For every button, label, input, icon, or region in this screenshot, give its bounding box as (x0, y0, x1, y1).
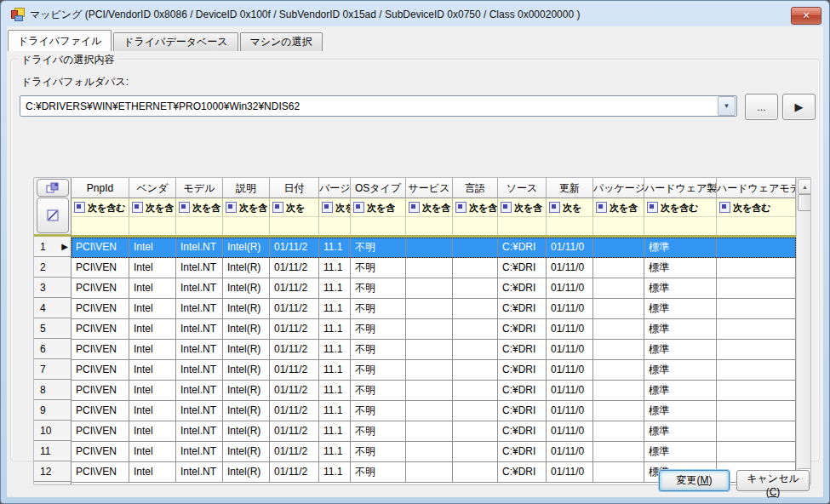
cell-lang[interactable] (453, 299, 498, 319)
filter-icon[interactable] (647, 202, 658, 213)
cell-hwmodel[interactable] (717, 442, 796, 462)
filter-operator-date[interactable]: 次を (270, 198, 319, 217)
filter-value-hwmaker[interactable] (644, 217, 717, 235)
filter-icon[interactable] (596, 202, 607, 213)
cell-hwmodel[interactable] (717, 238, 796, 258)
filter-operator-package[interactable]: 次を含 (593, 198, 644, 217)
cell-model[interactable]: Intel.NT (176, 278, 223, 299)
browse-button[interactable]: ... (745, 94, 778, 120)
filter-icon[interactable] (501, 202, 512, 213)
cell-model[interactable]: Intel.NT (176, 421, 223, 442)
cell-vendor[interactable]: Intel (129, 462, 176, 483)
cell-source[interactable]: C:¥DRI (498, 299, 547, 319)
cell-ostype[interactable]: 不明 (351, 258, 406, 278)
cell-model[interactable]: Intel.NT (176, 238, 223, 258)
filter-value-date[interactable] (270, 217, 319, 235)
cell-service[interactable] (406, 340, 453, 360)
table-row[interactable]: PCI\VENIntelIntel.NTIntel(R)01/11/211.1不… (72, 319, 796, 340)
cell-package[interactable] (593, 401, 644, 421)
cell-update[interactable]: 01/11/0 (547, 299, 593, 319)
vertical-scrollbar[interactable]: ▲ ▼ (796, 178, 810, 484)
cell-pnpid[interactable]: PCI\VEN (72, 238, 129, 258)
filter-icon[interactable] (549, 202, 560, 213)
cell-update[interactable]: 01/11/0 (547, 421, 593, 442)
cell-service[interactable] (406, 381, 453, 401)
column-header-package[interactable]: パッケージ (593, 178, 644, 198)
cell-lang[interactable] (453, 340, 498, 360)
cell-desc[interactable]: Intel(R) (223, 319, 270, 340)
cell-desc[interactable]: Intel(R) (223, 360, 270, 381)
row-header[interactable]: 6 (34, 339, 71, 359)
cell-hwmaker[interactable]: 標準 (644, 278, 717, 299)
cell-date[interactable]: 01/11/2 (270, 319, 319, 340)
cell-pnpid[interactable]: PCI\VEN (72, 319, 129, 340)
cell-lang[interactable] (453, 360, 498, 381)
cell-hwmaker[interactable]: 標準 (644, 381, 717, 401)
cell-service[interactable] (406, 258, 453, 278)
cell-ostype[interactable]: 不明 (351, 340, 406, 360)
cell-package[interactable] (593, 340, 644, 360)
row-header[interactable]: 12 (34, 461, 71, 482)
cell-model[interactable]: Intel.NT (176, 319, 223, 340)
column-header-model[interactable]: モデル (176, 178, 223, 198)
tab-driver-file[interactable]: ドライバファイル (8, 30, 112, 51)
filter-value-desc[interactable] (223, 217, 270, 235)
tab-driver-database[interactable]: ドライバデータベース (113, 32, 238, 51)
row-header[interactable]: 4 (34, 298, 71, 318)
cell-update[interactable]: 01/11/0 (547, 340, 593, 360)
cell-model[interactable]: Intel.NT (176, 299, 223, 319)
cell-source[interactable]: C:¥DRI (498, 360, 547, 381)
cell-package[interactable] (593, 238, 644, 258)
filter-icon[interactable] (132, 202, 143, 213)
table-row[interactable]: PCI\VENIntelIntel.NTIntel(R)01/11/211.1不… (72, 258, 796, 278)
cell-ostype[interactable]: 不明 (351, 319, 406, 340)
table-row[interactable]: PCI\VENIntelIntel.NTIntel(R)01/11/211.1不… (72, 442, 796, 462)
cell-source[interactable]: C:¥DRI (498, 278, 547, 299)
cell-hwmodel[interactable] (717, 319, 796, 340)
cell-lang[interactable] (453, 421, 498, 442)
cell-date[interactable]: 01/11/2 (270, 462, 319, 483)
cell-vendor[interactable]: Intel (129, 340, 176, 360)
cell-lang[interactable] (453, 238, 498, 258)
table-row[interactable]: PCI\VENIntelIntel.NTIntel(R)01/11/211.1不… (72, 278, 796, 299)
cell-source[interactable]: C:¥DRI (498, 462, 547, 483)
cell-hwmodel[interactable] (717, 299, 796, 319)
cell-version[interactable]: 11.1 (319, 238, 351, 258)
cell-date[interactable]: 01/11/2 (270, 299, 319, 319)
cell-desc[interactable]: Intel(R) (223, 278, 270, 299)
cell-date[interactable]: 01/11/2 (270, 258, 319, 278)
cell-vendor[interactable]: Intel (129, 319, 176, 340)
row-header[interactable]: 8 (34, 380, 71, 400)
column-header-vendor[interactable]: ベンダ (129, 178, 176, 198)
cell-ostype[interactable]: 不明 (351, 442, 406, 462)
filter-icon[interactable] (353, 202, 364, 213)
cell-desc[interactable]: Intel(R) (223, 340, 270, 360)
filter-operator-desc[interactable]: 次を含 (223, 198, 270, 217)
cell-lang[interactable] (453, 381, 498, 401)
cell-model[interactable]: Intel.NT (176, 381, 223, 401)
cell-desc[interactable]: Intel(R) (223, 238, 270, 258)
cell-date[interactable]: 01/11/2 (270, 238, 319, 258)
cell-service[interactable] (406, 401, 453, 421)
filter-icon[interactable] (74, 202, 85, 213)
row-header[interactable]: 11 (34, 441, 71, 461)
cell-version[interactable]: 11.1 (319, 401, 351, 421)
cell-pnpid[interactable]: PCI\VEN (72, 258, 129, 278)
cell-pnpid[interactable]: PCI\VEN (72, 401, 129, 421)
cell-version[interactable]: 11.1 (319, 462, 351, 483)
filter-icon[interactable] (272, 202, 283, 213)
filter-icon[interactable] (409, 202, 420, 213)
column-header-version[interactable]: バージョ (319, 178, 351, 198)
cell-lang[interactable] (453, 319, 498, 340)
cell-source[interactable]: C:¥DRI (498, 381, 547, 401)
cell-hwmodel[interactable] (717, 278, 796, 299)
cell-version[interactable]: 11.1 (319, 258, 351, 278)
filter-value-model[interactable] (176, 217, 223, 235)
cell-service[interactable] (406, 462, 453, 483)
cell-version[interactable]: 11.1 (319, 421, 351, 442)
cell-lang[interactable] (453, 442, 498, 462)
cell-version[interactable]: 11.1 (319, 360, 351, 381)
cell-model[interactable]: Intel.NT (176, 340, 223, 360)
cell-pnpid[interactable]: PCI\VEN (72, 442, 129, 462)
filter-operator-hwmodel[interactable]: 次を含む (717, 198, 796, 217)
